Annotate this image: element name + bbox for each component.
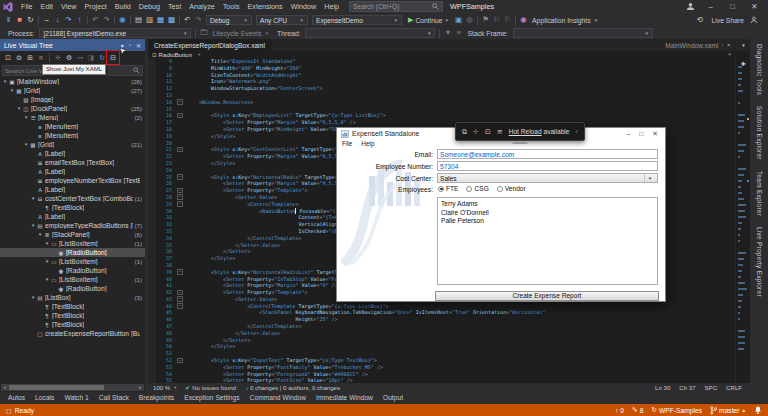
breakpoint-margin[interactable]: [148, 85, 156, 92]
breakpoint-margin[interactable]: [148, 221, 156, 228]
breakpoint-margin[interactable]: [148, 242, 156, 249]
fold-collapse-icon[interactable]: –: [177, 174, 183, 180]
breakpoint-margin[interactable]: [148, 58, 156, 65]
application-insights-label[interactable]: Application Insights: [532, 17, 591, 24]
breakpoint-margin[interactable]: [148, 167, 156, 174]
filter-threads-icon[interactable]: ▼: [442, 26, 453, 40]
breakpoint-margin[interactable]: [148, 133, 156, 140]
fold-margin[interactable]: –: [175, 269, 187, 276]
minimize-button[interactable]: –: [704, 2, 717, 11]
breakpoint-margin[interactable]: [148, 174, 156, 181]
close-tab-icon[interactable]: ✕: [726, 42, 731, 48]
breakpoint-margin[interactable]: [148, 153, 156, 160]
breakpoint-margin[interactable]: [148, 208, 156, 215]
create-expense-report-button[interactable]: Create Expense Report: [435, 291, 659, 301]
code-line[interactable]: 16– <Style x:Key="EmployeeList" TargetTy…: [148, 112, 736, 119]
menu-item-build[interactable]: Build: [111, 0, 135, 13]
continue-button[interactable]: ▶ Continue ▼: [408, 16, 449, 24]
tree-item[interactable]: ≡[MenuItem]: [0, 131, 145, 140]
tree-item[interactable]: ▼▭[ListBoxItem](1): [0, 239, 145, 248]
track-focused-element-icon[interactable]: ⊶: [75, 52, 85, 63]
hot-reload-link[interactable]: Hot Reload: [509, 128, 542, 135]
breakpoint-margin[interactable]: [148, 187, 156, 194]
employee-number-field[interactable]: 57304: [437, 161, 658, 171]
app-close-button[interactable]: ✕: [652, 130, 658, 138]
undo-icon[interactable]: ↶: [182, 13, 193, 27]
breakpoint-margin[interactable]: [148, 160, 156, 167]
breakpoint-margin[interactable]: [148, 330, 156, 337]
breakpoint-margin[interactable]: [148, 357, 156, 364]
tree-item[interactable]: ▼▤employeeTypeRadioButtons [ListBox](7): [0, 221, 145, 230]
breakpoint-margin[interactable]: [148, 235, 156, 242]
startup-project-dropdown[interactable]: ExpenseItDemo▼: [312, 15, 402, 25]
close-button[interactable]: ✕: [748, 2, 761, 11]
tree-item[interactable]: ◉[RadioButton]: [0, 248, 145, 257]
select-element-icon[interactable]: ⊹: [53, 52, 63, 63]
breakpoint-margin[interactable]: [148, 112, 156, 119]
code-line[interactable]: 52– <Style x:Key="InputText" TargetType=…: [148, 357, 736, 364]
tree-item[interactable]: ¶[TextBlock]: [0, 302, 145, 311]
bottom-tab-watch-1[interactable]: Watch 1: [59, 392, 93, 404]
fold-margin[interactable]: –: [175, 303, 187, 310]
tree-item[interactable]: ▼▭[ListBoxItem](1): [0, 257, 145, 266]
code-line[interactable]: 8 Title="ExpenseIt Standalone": [148, 58, 736, 65]
platform-dropdown[interactable]: Any CPU▼: [256, 15, 308, 25]
menu-item-view[interactable]: View: [57, 0, 80, 13]
configuration-dropdown[interactable]: Debug▼: [206, 15, 252, 25]
eol-indicator[interactable]: CRLF: [726, 384, 742, 391]
step-into-icon[interactable]: ↓: [52, 13, 63, 27]
bottom-tab-command-window[interactable]: Command Window: [245, 392, 312, 404]
tab-main-window[interactable]: MainWindow.xaml ▫ ✕: [659, 39, 737, 51]
process-dropdown[interactable]: [21188] ExpenseItDemo.exe▼: [39, 28, 191, 38]
code-line[interactable]: 11 Icon="Watermark.png": [148, 78, 736, 85]
menu-item-debug[interactable]: Debug: [135, 0, 164, 13]
fold-margin[interactable]: –: [175, 201, 187, 208]
refresh-icon[interactable]: ↻: [97, 52, 107, 63]
fold-collapse-icon[interactable]: –: [177, 296, 183, 302]
breakpoint-margin[interactable]: [148, 106, 156, 113]
breakpoint-margin[interactable]: [148, 126, 156, 133]
fold-margin[interactable]: –: [175, 357, 187, 364]
show-output-icon[interactable]: ▣: [453, 13, 464, 27]
tree-item[interactable]: ▼◫[DockPanel](25): [0, 104, 145, 113]
breakpoint-margin[interactable]: [148, 201, 156, 208]
menu-item-test[interactable]: Test: [164, 0, 185, 13]
step-out-icon[interactable]: ↑: [74, 13, 85, 27]
code-line[interactable]: 50 </Style>: [148, 343, 736, 350]
code-line[interactable]: 46 Height="25" />: [148, 316, 736, 323]
layout-adorners-icon[interactable]: ≋: [497, 128, 503, 136]
bottom-tab-call-stack[interactable]: Call Stack: [94, 392, 134, 404]
fold-collapse-icon[interactable]: –: [177, 269, 183, 275]
code-line[interactable]: 9 MinWidth="480" MinHeight="260": [148, 65, 736, 72]
menu-item-edit[interactable]: Edit: [37, 0, 57, 13]
stop-icon[interactable]: ■: [14, 13, 25, 27]
cost-center-dropdown[interactable]: Sales ▼: [437, 173, 658, 183]
tree-item[interactable]: A[Label]: [0, 149, 145, 158]
tree-horizontal-scrollbar[interactable]: ◄ ►: [1, 384, 144, 391]
repository-indicator[interactable]: ↻WPF-Samples: [651, 406, 702, 414]
tree-item[interactable]: ⊞emailTextBox [TextBox]: [0, 158, 145, 167]
new-file-icon[interactable]: ▤: [133, 13, 144, 27]
app-minimize-button[interactable]: –: [626, 130, 630, 138]
stack-frame-dropdown[interactable]: ▼: [513, 28, 653, 38]
breakpoint-margin[interactable]: [148, 214, 156, 221]
branch-indicator[interactable]: master ▲: [710, 406, 746, 415]
side-tab-live-property-explorer[interactable]: Live Property Explorer: [756, 227, 763, 297]
pending-commits-indicator[interactable]: ↑0: [615, 407, 624, 414]
tree-item[interactable]: ▼▭[ListBoxItem](1): [0, 275, 145, 284]
tab-list-chevron-icon[interactable]: ▼: [737, 39, 750, 51]
show-next-statement-icon[interactable]: →: [41, 13, 52, 27]
bottom-tab-exception-settings[interactable]: Exception Settings: [179, 392, 244, 404]
radio-option-csg[interactable]: CSG: [466, 185, 488, 192]
collapse-toolbar-icon[interactable]: ‹: [576, 128, 578, 135]
fold-collapse-icon[interactable]: –: [177, 358, 183, 364]
fold-margin[interactable]: –: [175, 174, 187, 181]
fold-margin[interactable]: –: [175, 112, 187, 119]
bottom-tab-locals[interactable]: Locals: [30, 392, 59, 404]
close-panel-icon[interactable]: ✕: [136, 42, 141, 49]
step-over-icon[interactable]: ↷: [63, 13, 74, 27]
fold-collapse-icon[interactable]: –: [177, 99, 183, 105]
breakpoint-margin[interactable]: [148, 78, 156, 85]
tree-item[interactable]: ¶[TextBlock]: [0, 203, 145, 212]
list-item[interactable]: Palle Peterson: [438, 217, 657, 226]
